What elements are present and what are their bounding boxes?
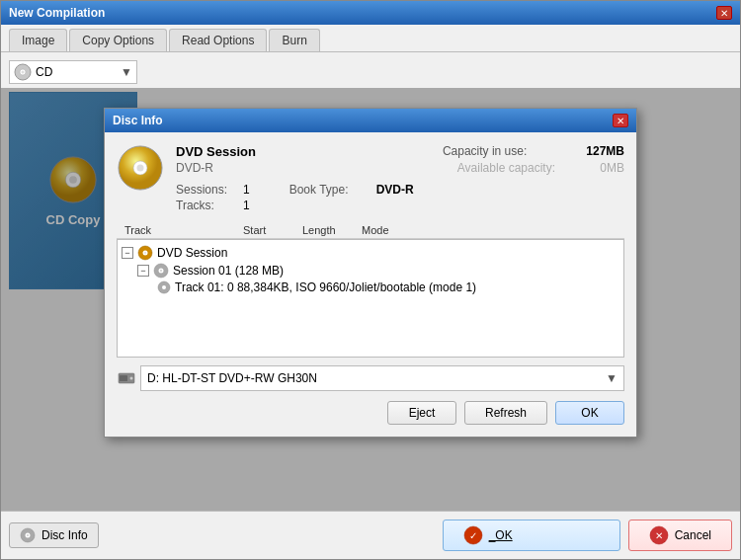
- tab-copy-options[interactable]: Copy Options: [69, 29, 167, 51]
- disc-info-dialog: Disc Info ✕: [104, 108, 637, 438]
- svg-point-8: [137, 165, 144, 172]
- modal-overlay: Disc Info ✕: [1, 88, 740, 511]
- session-icon: [153, 263, 169, 279]
- tracks-row: Tracks: 1: [176, 199, 624, 212]
- dvd-session-label: DVD Session: [157, 246, 227, 260]
- col-length: Length: [302, 224, 362, 236]
- disc-subtype: DVD-R: [176, 161, 213, 175]
- dvd-session-icon: [137, 245, 153, 261]
- svg-point-14: [160, 270, 162, 272]
- bottom-cancel-label: Cancel: [675, 528, 711, 542]
- disc-header: DVD Session Capacity in use: 127MB DVD-R: [117, 144, 624, 212]
- session-01-label: Session 01 (128 MB): [173, 264, 284, 278]
- expand-dvd-session[interactable]: −: [122, 247, 133, 259]
- ok-icon: ✓: [463, 525, 483, 545]
- svg-point-2: [22, 71, 25, 74]
- col-mode: Mode: [362, 224, 617, 236]
- tab-bar: Image Copy Options Read Options Burn: [1, 25, 740, 52]
- dialog-content: DVD Session Capacity in use: 127MB DVD-R: [105, 132, 636, 437]
- svg-point-16: [162, 285, 166, 289]
- bottom-ok-button[interactable]: ✓ _OK: [443, 520, 620, 551]
- capacity-label: Capacity in use:: [443, 144, 527, 159]
- col-track: Track: [124, 224, 243, 236]
- bottom-ok-label: _OK: [489, 528, 513, 542]
- refresh-button[interactable]: Refresh: [464, 401, 547, 425]
- available-label: Available capacity:: [457, 161, 555, 175]
- tracks-value: 1: [243, 199, 250, 212]
- tracks-label: Tracks:: [176, 199, 235, 212]
- cd-icon: [14, 63, 32, 81]
- dialog-title: Disc Info: [113, 114, 163, 127]
- disc-info-icon: [20, 527, 36, 543]
- tree-item-session-01: − Session 01 (128 MB): [122, 262, 619, 280]
- svg-rect-18: [120, 375, 127, 381]
- available-value: 0MB: [575, 161, 624, 175]
- dialog-drive-arrow-icon: ▼: [606, 371, 618, 385]
- title-bar: New Compilation ✕: [1, 1, 740, 25]
- sessions-row: Sessions: 1: [176, 183, 250, 197]
- dialog-drive-select[interactable]: D: HL-DT-ST DVD+-RW GH30N ▼: [140, 365, 624, 391]
- track-icon: [157, 280, 171, 294]
- sessions-value: 1: [243, 183, 250, 197]
- svg-text:✓: ✓: [469, 530, 477, 541]
- tab-burn[interactable]: Burn: [269, 29, 319, 51]
- tab-read-options[interactable]: Read Options: [169, 29, 267, 51]
- book-type-value: DVD-R: [376, 183, 414, 197]
- tree-item-dvd-session: − DVD Session: [122, 244, 619, 262]
- col-start: Start: [243, 224, 302, 236]
- main-window: New Compilation ✕ Image Copy Options Rea…: [0, 0, 741, 560]
- dialog-close-button[interactable]: ✕: [613, 114, 628, 127]
- dialog-ok-button[interactable]: OK: [555, 401, 624, 425]
- sessions-label: Sessions:: [176, 183, 235, 197]
- svg-point-19: [130, 377, 133, 380]
- drive-select: CD ▼: [9, 60, 137, 84]
- dialog-title-bar: Disc Info ✕: [105, 109, 636, 132]
- tree-item-track-01: Track 01: 0 88,384KB, ISO 9660/Joliet/bo…: [122, 280, 619, 295]
- expand-session-01[interactable]: −: [137, 265, 149, 277]
- dialog-buttons: Eject Refresh OK: [117, 401, 624, 425]
- tab-image[interactable]: Image: [9, 29, 67, 51]
- disc-icon: [117, 144, 164, 192]
- svg-text:✕: ✕: [655, 530, 663, 541]
- window-close-button[interactable]: ✕: [716, 6, 732, 20]
- capacity-value: 127MB: [586, 144, 624, 159]
- drive-label: CD: [36, 65, 52, 79]
- svg-point-22: [27, 534, 29, 536]
- tree-header: Track Start Length Mode: [117, 222, 624, 239]
- book-type-row: Book Type: DVD-R: [289, 183, 414, 197]
- drive-icon: [117, 368, 136, 388]
- drive-arrow-icon: ▼: [121, 65, 132, 79]
- disc-title-area: DVD Session Capacity in use: 127MB DVD-R: [176, 144, 624, 212]
- disc-type: DVD Session: [176, 144, 256, 159]
- bottom-cancel-button[interactable]: ✕ Cancel: [628, 520, 732, 551]
- window-title: New Compilation: [9, 6, 105, 20]
- dialog-drive-label: D: HL-DT-ST DVD+-RW GH30N: [147, 371, 317, 385]
- dialog-drive-row: D: HL-DT-ST DVD+-RW GH30N ▼: [117, 365, 624, 391]
- eject-button[interactable]: Eject: [387, 401, 456, 425]
- track-01-label: Track 01: 0 88,384KB, ISO 9660/Joliet/bo…: [175, 280, 476, 294]
- disc-info-button[interactable]: Disc Info: [9, 522, 99, 548]
- header-row: CD ▼: [1, 52, 740, 88]
- cancel-icon: ✕: [649, 525, 669, 545]
- svg-point-11: [144, 252, 146, 254]
- main-content: CD Copy Disc Info ✕: [1, 88, 740, 511]
- tree-view: − DVD Session −: [117, 239, 624, 358]
- book-type-label: Book Type:: [289, 183, 369, 197]
- drive-dropdown[interactable]: CD ▼: [9, 60, 137, 84]
- disc-info-label: Disc Info: [41, 528, 88, 542]
- bottom-bar: Disc Info ✓ _OK ✕ Cancel: [1, 511, 740, 559]
